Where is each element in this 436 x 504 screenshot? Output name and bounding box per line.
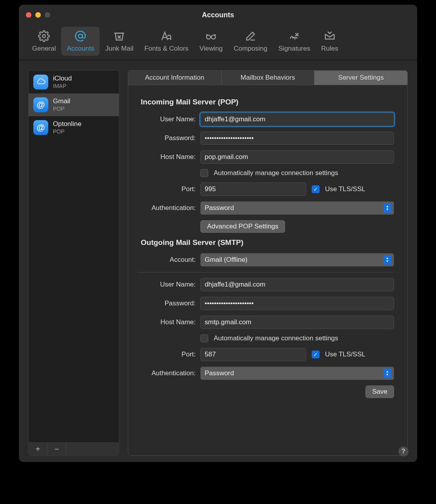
tab-server-settings[interactable]: Server Settings — [314, 71, 407, 85]
toolbar-accounts[interactable]: Accounts — [61, 27, 100, 56]
incoming-tls-checkbox[interactable]: ✓ — [312, 185, 320, 193]
account-type: POP — [53, 106, 70, 112]
tabs: Account Information Mailbox Behaviors Se… — [128, 70, 408, 85]
incoming-auth-value: Password — [205, 204, 234, 212]
outgoing-hostname-label: Host Name: — [138, 318, 200, 326]
account-name: Gmail — [53, 97, 70, 105]
svg-point-1 — [78, 34, 82, 38]
account-name: iCloud — [53, 75, 72, 82]
server-settings-panel: Incoming Mail Server (POP) User Name: Pa… — [128, 85, 408, 456]
incoming-port-input[interactable] — [200, 183, 306, 196]
incoming-auto-checkbox[interactable] — [200, 169, 208, 177]
toolbar-label: Fonts & Colors — [144, 45, 188, 53]
account-row-icloud[interactable]: iCloud IMAP — [29, 71, 119, 93]
account-row-optonline[interactable]: @ Optonline POP — [29, 116, 119, 139]
outgoing-auto-label: Automatically manage connection settings — [214, 334, 338, 342]
at-icon: @ — [33, 97, 48, 112]
account-name: Optonline — [53, 120, 82, 128]
account-text: Gmail POP — [53, 97, 70, 112]
incoming-auto-label: Automatically manage connection settings — [214, 169, 338, 177]
advanced-pop-settings-button[interactable]: Advanced POP Settings — [200, 220, 285, 233]
account-list: iCloud IMAP @ Gmail POP @ Optonline POP — [29, 71, 119, 442]
toolbar-rules[interactable]: Rules — [316, 27, 343, 56]
outgoing-password-label: Password: — [138, 299, 200, 307]
outgoing-port-label: Port: — [138, 351, 200, 358]
svg-point-3 — [212, 35, 216, 39]
tab-mailbox-behaviors[interactable]: Mailbox Behaviors — [222, 71, 315, 85]
add-account-button[interactable]: + — [29, 443, 47, 455]
outgoing-account-label: Account: — [138, 256, 200, 264]
toolbar-viewing[interactable]: Viewing — [194, 27, 228, 56]
help-button[interactable]: ? — [398, 446, 409, 457]
toolbar-signatures[interactable]: Signatures — [273, 27, 316, 56]
outgoing-username-label: User Name: — [138, 281, 200, 289]
incoming-username-label: User Name: — [138, 115, 200, 123]
incoming-username-input[interactable] — [200, 113, 394, 126]
toolbar-label: Accounts — [67, 45, 94, 53]
account-row-gmail[interactable]: @ Gmail POP — [29, 93, 119, 116]
toolbar-label: Viewing — [200, 45, 223, 53]
outgoing-tls-checkbox[interactable]: ✓ — [312, 351, 320, 358]
incoming-password-input[interactable] — [200, 131, 394, 145]
toolbar-label: Composing — [234, 45, 267, 53]
incoming-auth-label: Authentication: — [138, 204, 200, 212]
account-type: POP — [53, 128, 82, 135]
chevron-updown-icon: ▲▼ — [383, 255, 391, 265]
outgoing-tls-label: Use TLS/SSL — [325, 351, 365, 358]
toolbar-junk-mail[interactable]: Junk Mail — [100, 27, 139, 56]
outgoing-port-input[interactable] — [200, 348, 306, 361]
chevron-updown-icon: ▲▼ — [383, 369, 391, 378]
toolbar-label: General — [32, 45, 56, 53]
toolbar-label: Rules — [321, 45, 338, 53]
incoming-hostname-input[interactable] — [200, 150, 394, 164]
outgoing-account-select[interactable]: Gmail (Offline) ▲▼ — [200, 253, 394, 267]
toolbar-fonts-colors[interactable]: Fonts & Colors — [139, 27, 194, 56]
toolbar-label: Signatures — [278, 45, 310, 53]
icloud-icon — [33, 75, 48, 89]
accounts-window: Accounts General Accounts Junk Mail Font… — [19, 5, 417, 462]
incoming-password-label: Password: — [138, 134, 200, 142]
outgoing-auth-select[interactable]: Password ▲▼ — [200, 367, 394, 380]
close-window-button[interactable] — [26, 12, 31, 18]
signature-icon — [289, 30, 300, 42]
outgoing-password-input[interactable] — [200, 297, 394, 310]
svg-point-2 — [207, 35, 211, 39]
glasses-icon — [205, 30, 217, 42]
minimize-window-button[interactable] — [35, 12, 41, 18]
incoming-hostname-label: Host Name: — [138, 153, 200, 161]
accounts-sidebar: iCloud IMAP @ Gmail POP @ Optonline POP — [28, 70, 119, 456]
font-icon — [160, 30, 172, 42]
toolbar: General Accounts Junk Mail Fonts & Color… — [19, 25, 417, 60]
account-text: Optonline POP — [53, 120, 82, 135]
toolbar-composing[interactable]: Composing — [228, 27, 273, 56]
detail-panel: Account Information Mailbox Behaviors Se… — [128, 70, 408, 456]
svg-point-0 — [42, 35, 45, 38]
content: iCloud IMAP @ Gmail POP @ Optonline POP — [19, 60, 417, 462]
divider — [138, 272, 394, 272]
chevron-updown-icon: ▲▼ — [383, 203, 391, 213]
rules-icon — [324, 30, 336, 42]
incoming-port-label: Port: — [138, 185, 200, 193]
outgoing-section-title: Outgoing Mail Server (SMTP) — [141, 238, 394, 247]
account-type: IMAP — [53, 83, 72, 89]
save-button[interactable]: Save — [365, 385, 394, 398]
at-icon: @ — [33, 120, 48, 135]
incoming-section-title: Incoming Mail Server (POP) — [141, 98, 394, 106]
incoming-tls-label: Use TLS/SSL — [325, 185, 365, 193]
outgoing-hostname-input[interactable] — [200, 316, 394, 329]
sidebar-footer: + − — [29, 442, 119, 455]
outgoing-account-value: Gmail (Offline) — [205, 256, 247, 264]
tab-account-information[interactable]: Account Information — [128, 71, 222, 85]
account-text: iCloud IMAP — [53, 75, 72, 89]
titlebar: Accounts — [19, 5, 417, 25]
toolbar-general[interactable]: General — [27, 27, 61, 56]
incoming-auth-select[interactable]: Password ▲▼ — [200, 201, 394, 215]
gear-icon — [38, 30, 50, 42]
remove-account-button[interactable]: − — [47, 443, 66, 455]
outgoing-auto-checkbox[interactable] — [200, 334, 208, 342]
trash-icon — [113, 30, 125, 42]
outgoing-auth-label: Authentication: — [138, 369, 200, 377]
zoom-window-button[interactable] — [45, 12, 50, 18]
toolbar-label: Junk Mail — [105, 45, 133, 53]
outgoing-username-input[interactable] — [200, 278, 394, 291]
